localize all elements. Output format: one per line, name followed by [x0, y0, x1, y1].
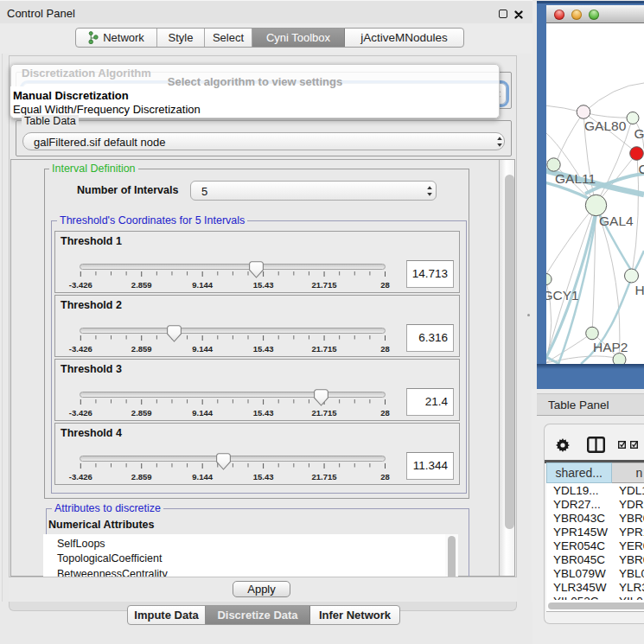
- svg-text:GAL80: GAL80: [584, 118, 627, 133]
- svg-text:GAL11: GAL11: [555, 171, 596, 186]
- svg-text:GAL4: GAL4: [599, 214, 634, 228]
- svg-text:GA: GA: [634, 126, 644, 141]
- svg-text:C: C: [639, 162, 644, 176]
- svg-text:HAP2: HAP2: [593, 340, 628, 354]
- svg-text:GCY1: GCY1: [546, 288, 579, 303]
- svg-text:H: H: [635, 283, 644, 297]
